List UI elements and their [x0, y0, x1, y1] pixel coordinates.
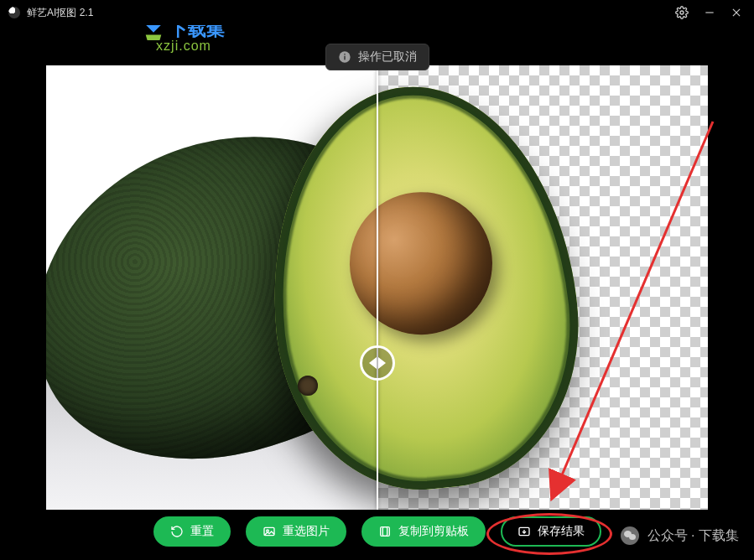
reselect-image-button[interactable]: 重选图片 — [246, 516, 346, 547]
svg-rect-12 — [382, 527, 389, 537]
toast-cancelled: 操作已取消 — [325, 44, 429, 70]
svg-point-0 — [680, 11, 684, 14]
save-label: 保存结果 — [538, 524, 585, 539]
minimize-icon[interactable] — [704, 7, 715, 18]
compare-divider[interactable] — [377, 65, 378, 510]
copy-label: 复制到剪贴板 — [398, 524, 469, 539]
image-swap-icon — [263, 525, 276, 538]
reselect-label: 重选图片 — [283, 524, 330, 539]
copy-clipboard-button[interactable]: 复制到剪贴板 — [361, 516, 486, 547]
title-bar: 鲜艺AI抠图 2.1 — [0, 0, 754, 25]
app-title: 鲜艺AI抠图 2.1 — [27, 6, 93, 20]
footer-watermark: 公众号 · 下载集 — [621, 526, 739, 545]
svg-rect-7 — [344, 56, 345, 60]
clipboard-icon — [378, 525, 392, 538]
reset-button[interactable]: 重置 — [153, 516, 231, 547]
refresh-icon — [170, 525, 184, 538]
info-icon — [338, 50, 351, 64]
gear-icon[interactable] — [675, 6, 689, 19]
toast-text: 操作已取消 — [358, 49, 417, 65]
svg-rect-8 — [344, 54, 345, 54]
window-controls — [663, 0, 754, 25]
svg-rect-13 — [380, 527, 387, 537]
compare-slider-icon[interactable] — [360, 345, 395, 381]
wechat-icon — [621, 526, 639, 545]
reset-label: 重置 — [190, 524, 214, 539]
compare-canvas[interactable] — [46, 65, 708, 510]
image-save-icon — [517, 525, 531, 538]
close-icon[interactable] — [731, 7, 742, 18]
save-result-button[interactable]: 保存结果 — [501, 516, 601, 547]
footer-watermark-text: 公众号 · 下载集 — [647, 527, 739, 545]
app-icon — [8, 7, 20, 18]
